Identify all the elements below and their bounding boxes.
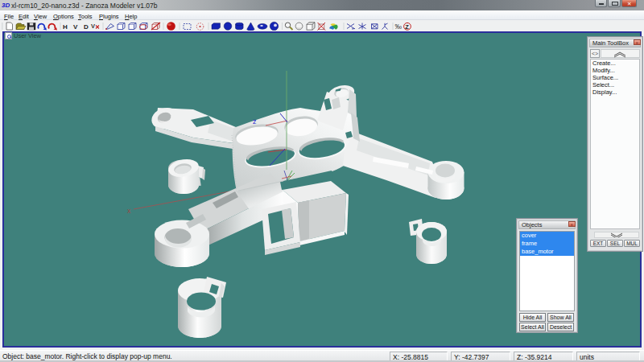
svg-text:V: V [91,23,95,30]
svg-text:D: D [84,23,89,31]
svg-text:V: V [73,23,78,31]
svg-text:H: H [63,23,68,31]
svg-text:Z: Z [405,23,409,31]
svg-text:‰: ‰ [395,23,402,31]
